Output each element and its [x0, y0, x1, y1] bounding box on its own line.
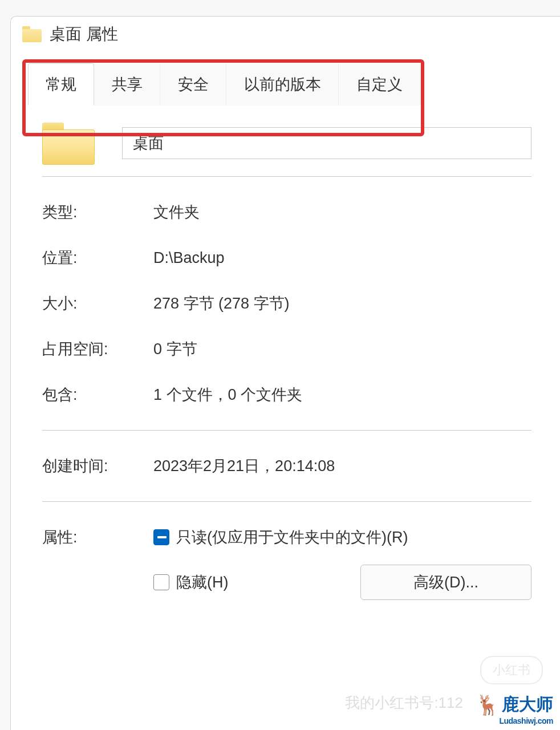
folder-header-row [42, 123, 531, 164]
divider [42, 176, 531, 177]
row-size: 大小: 278 字节 (278 字节) [42, 281, 531, 326]
type-value: 文件夹 [153, 202, 200, 222]
contains-label: 包含: [42, 384, 153, 405]
tab-sharing[interactable]: 共享 [94, 63, 160, 106]
logo-text: 鹿大师 [502, 693, 553, 716]
readonly-row: 只读(仅应用于文件夹中的文件)(R) [153, 527, 531, 548]
created-value: 2023年2月21日，20:14:08 [153, 456, 335, 476]
hidden-advanced-row: 隐藏(H) 高级(D)... [153, 565, 531, 600]
title-bar: 桌面 属性 [11, 17, 560, 52]
window-title: 桌面 属性 [50, 23, 118, 45]
folder-name-input[interactable] [122, 127, 531, 159]
row-location: 位置: D:\Backup [42, 235, 531, 281]
size-label: 大小: [42, 293, 153, 314]
location-label: 位置: [42, 248, 153, 268]
deer-icon: 🦌 [476, 694, 500, 716]
divider [42, 501, 531, 502]
watermark-logo: 🦌 鹿大师 Ludashiwj.com [476, 693, 553, 725]
size-value: 278 字节 (278 字节) [153, 293, 290, 314]
tab-security[interactable]: 安全 [160, 63, 226, 106]
tab-general[interactable]: 常规 [28, 63, 94, 106]
attributes-options: 只读(仅应用于文件夹中的文件)(R) 隐藏(H) 高级(D)... [153, 527, 531, 600]
type-label: 类型: [42, 202, 153, 222]
divider [42, 430, 531, 431]
row-attributes: 属性: 只读(仅应用于文件夹中的文件)(R) 隐藏(H) 高级(D)... [42, 514, 531, 600]
location-value: D:\Backup [153, 249, 225, 267]
watermark-xiaohongshu-pill: 小红书 [480, 656, 543, 684]
size-on-disk-value: 0 字节 [153, 339, 197, 359]
hidden-label: 隐藏(H) [176, 572, 228, 593]
created-label: 创建时间: [42, 456, 153, 476]
hidden-row: 隐藏(H) [153, 572, 228, 593]
watermark-account-text: 我的小红书号:112 [345, 693, 463, 713]
row-type: 类型: 文件夹 [42, 189, 531, 235]
properties-dialog: 桌面 属性 常规 共享 安全 以前的版本 自定义 类型: 文件夹 位置: D:\… [10, 16, 560, 730]
folder-icon-large [42, 123, 94, 164]
size-on-disk-label: 占用空间: [42, 339, 153, 359]
dialog-content: 类型: 文件夹 位置: D:\Backup 大小: 278 字节 (278 字节… [11, 106, 560, 600]
readonly-label: 只读(仅应用于文件夹中的文件)(R) [176, 527, 408, 548]
readonly-checkbox[interactable] [153, 529, 169, 545]
folder-icon [22, 26, 42, 42]
row-size-on-disk: 占用空间: 0 字节 [42, 326, 531, 372]
contains-value: 1 个文件，0 个文件夹 [153, 384, 302, 405]
tab-customize[interactable]: 自定义 [339, 63, 420, 106]
tab-previous-versions[interactable]: 以前的版本 [226, 63, 339, 106]
row-created: 创建时间: 2023年2月21日，20:14:08 [42, 443, 531, 489]
hidden-checkbox[interactable] [153, 574, 169, 590]
attributes-label: 属性: [42, 527, 153, 548]
tab-bar: 常规 共享 安全 以前的版本 自定义 [11, 52, 560, 106]
advanced-button[interactable]: 高级(D)... [360, 565, 531, 600]
row-contains: 包含: 1 个文件，0 个文件夹 [42, 372, 531, 417]
logo-url: Ludashiwj.com [499, 716, 553, 725]
